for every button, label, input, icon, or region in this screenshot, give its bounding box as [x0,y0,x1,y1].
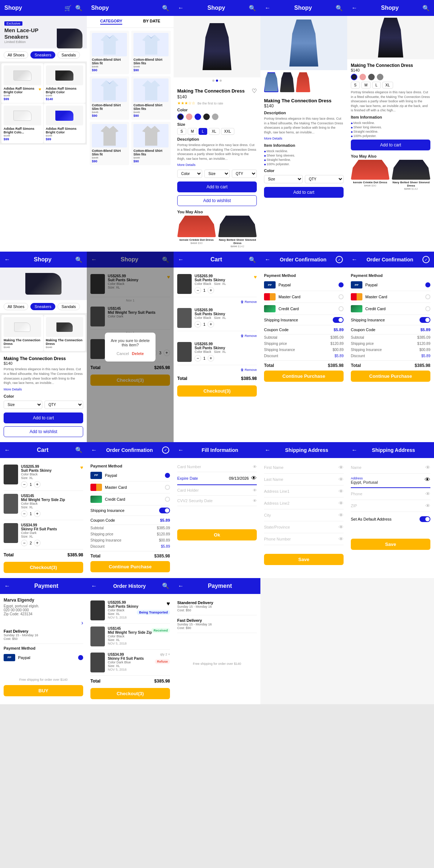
remove-btn[interactable]: 🗑 Remove [241,300,257,304]
search-icon[interactable]: 🔍 [75,446,82,453]
size-select[interactable]: Size [4,401,42,409]
tab-all-shoes[interactable]: All Shoes [4,51,28,59]
add-to-cart-btn[interactable]: Add to cart [351,140,430,150]
heart-icon[interactable]: ♥ [80,465,83,470]
back-btn[interactable]: ← [265,5,271,11]
qty-select[interactable]: QTY [305,175,344,183]
insurance-toggle[interactable] [333,317,344,323]
product-card[interactable]: ♥ Adidas Raff Simons Bright Color $145 $… [1,63,43,103]
heart-icon[interactable]: ♡ [252,87,257,94]
product-card[interactable]: Adidas Raff Simons Bright Color $145 $14… [44,63,86,103]
back-btn[interactable]: ← [4,583,10,589]
back-btn[interactable]: ← [91,583,97,589]
name-input[interactable] [351,465,414,470]
add-to-cart-btn[interactable]: Add to cart [264,187,344,198]
back-btn[interactable]: ← [265,447,271,453]
buy-btn[interactable]: BUY [4,685,83,696]
cat-category[interactable]: CATEGORY [100,19,122,25]
search-icon[interactable]: 🔍 [336,5,343,12]
size-s[interactable]: S [351,82,360,89]
zip-input[interactable] [351,504,414,508]
checkout-btn[interactable]: Checkout(3) [177,385,257,397]
related-product[interactable]: kensie Crinkle Dot Dress $416 $90 [351,160,390,191]
shirt-card[interactable]: Cotton-Blend Shirt Slim fits $445 $90 [131,31,171,74]
credit-radio[interactable] [165,497,170,502]
more-details-link[interactable]: More Details [264,137,282,140]
credit-radio[interactable] [425,306,430,311]
remove-btn[interactable]: 🗑 Remove [241,334,257,338]
qty-minus[interactable]: − [195,321,201,328]
related-product[interactable]: kensie Crinkle Dot Dress $416 $90 [177,215,216,248]
swatch[interactable] [368,74,375,80]
back-btn[interactable]: ← [178,5,184,11]
related-product[interactable]: Navy Belted Sheer Sleeved Dress $206 $14… [392,160,430,191]
back-btn[interactable]: ← [352,256,357,263]
address1-input[interactable] [264,489,328,493]
address-value[interactable]: Egypt, Portusal [351,480,378,484]
search-icon[interactable]: 🔍 [249,5,256,12]
search-icon[interactable]: 🔍 [249,256,256,263]
product-card[interactable]: Adidas Raff Simons Bright Color $145 $99 [44,103,86,143]
continue-btn[interactable]: Continue Purchase [90,561,170,572]
add-to-wishlist-btn[interactable]: Add to wishlist [4,426,83,437]
remove-btn[interactable]: 🗑 Remove [241,368,257,372]
qty-plus[interactable]: + [34,481,41,488]
first-name-input[interactable] [264,465,328,470]
shirt-card[interactable]: Cotton-Blend Shirt Slim fit $445 $90 [90,31,129,74]
product-card[interactable]: Making The Connection Dress $140 [44,315,86,351]
qty-minus[interactable]: − [21,510,27,517]
back-btn[interactable]: ← [178,583,184,589]
chevron-icon[interactable]: › [81,620,83,626]
insurance-toggle[interactable] [420,317,430,323]
last-name-input[interactable] [264,477,328,482]
search-icon[interactable]: 🔍 [162,5,169,12]
mastercard-radio[interactable] [425,294,430,299]
more-details[interactable]: More Details [4,388,22,391]
back-btn[interactable]: ← [4,256,10,263]
address2-input[interactable] [264,501,328,505]
size-m[interactable]: M [361,82,371,89]
qty-plus[interactable]: + [34,540,41,546]
size-select[interactable]: Size [264,175,303,183]
qty-minus[interactable]: − [21,540,27,546]
qty-minus[interactable]: − [195,355,201,362]
swatch[interactable] [377,74,383,80]
default-toggle[interactable] [420,516,430,522]
cart-icon[interactable]: 🛒 [64,5,72,12]
size-xl[interactable]: XL [382,82,393,89]
heart-icon[interactable]: ♥ [167,600,170,607]
size-l[interactable]: L [372,82,381,89]
search-icon[interactable]: 🔍 [75,5,82,12]
state-input[interactable] [264,525,328,529]
qty-plus[interactable]: + [34,510,41,517]
qty-plus[interactable]: + [208,321,214,328]
cat-bydate[interactable]: BY DATE [143,19,160,25]
back-btn[interactable]: ← [178,447,184,453]
size-m[interactable]: M [188,128,197,135]
back-btn[interactable]: ← [4,447,10,453]
back-btn[interactable]: ← [265,256,271,263]
ok-btn[interactable]: Ok [177,529,257,540]
size-xl[interactable]: XL [209,128,220,135]
mastercard-radio[interactable] [339,294,344,299]
save-btn[interactable]: Save [351,539,430,550]
city-input[interactable] [264,513,328,517]
payment-radio[interactable] [78,655,83,660]
heart-icon[interactable]: ♥ [38,87,41,92]
size-xxl[interactable]: XXL [221,128,234,135]
size-select[interactable]: Size [204,170,229,178]
search-icon[interactable]: 🔍 [422,5,430,12]
qty-minus[interactable]: − [195,287,201,294]
product-card[interactable]: Adidas Raff Simons Bright Colo... $145 $… [1,103,43,143]
delete-btn[interactable]: Delete [132,351,144,356]
search-icon[interactable]: 🔍 [75,256,82,263]
tab-sneakers[interactable]: Sneakers [30,303,55,310]
continue-purchase-btn[interactable]: Continue Purchase [264,371,344,382]
tab-sandals[interactable]: Sandals [58,303,80,310]
swatch[interactable] [203,114,210,120]
shirt-card[interactable]: Cotton-Blend Shirt Slim fits $445 $90 [131,76,171,120]
search-icon[interactable]: 🔍 [162,582,169,589]
qty-plus[interactable]: + [208,355,214,362]
checkout-btn[interactable]: Checkout(3) [90,688,170,699]
swatch[interactable] [212,114,218,120]
